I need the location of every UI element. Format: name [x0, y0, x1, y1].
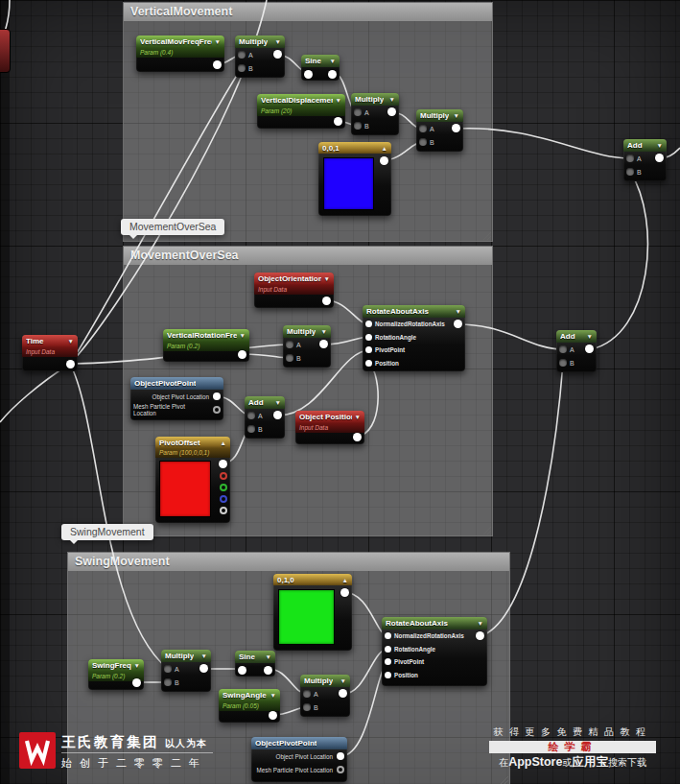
input-pin[interactable]: [385, 672, 391, 678]
output-pin[interactable]: [213, 392, 221, 400]
node-graph-canvas[interactable]: VerticalMovementMovementOverSeaSwingMove…: [0, 0, 680, 784]
dropdown-icon[interactable]: ▼: [478, 620, 483, 627]
dropdown-icon[interactable]: ▼: [240, 332, 246, 339]
output-pin[interactable]: [339, 689, 347, 698]
dropdown-icon[interactable]: ▼: [201, 653, 207, 659]
node-add[interactable]: Add▼AB: [556, 330, 597, 372]
node-objectpivotpoint[interactable]: ObjectPivotPointObject Pivot LocationMes…: [130, 377, 223, 420]
input-pin[interactable]: [626, 168, 634, 176]
output-pin[interactable]: [132, 678, 141, 687]
node-0-1-0[interactable]: 0,1,0▲: [273, 574, 352, 651]
node-verticaldisplacement[interactable]: VerticalDisplacement▼Param (20): [257, 94, 345, 129]
color-swatch[interactable]: [159, 461, 211, 517]
node-rotateaboutaxis[interactable]: RotateAboutAxis▼NormalizedRotationAxisRo…: [382, 617, 487, 686]
input-pin[interactable]: [626, 154, 634, 162]
input-pin[interactable]: [365, 334, 372, 341]
node-swingfreq[interactable]: SwingFreq▼Param (0.2): [88, 659, 144, 690]
output-pin-b[interactable]: [220, 495, 227, 503]
output-pin[interactable]: [452, 124, 460, 132]
output-pin[interactable]: [380, 156, 388, 165]
output-pin[interactable]: [334, 117, 342, 126]
dropdown-icon[interactable]: ▼: [456, 308, 461, 315]
dropdown-icon[interactable]: ▼: [340, 677, 346, 684]
dropdown-icon[interactable]: ▼: [454, 112, 459, 119]
dropdown-icon[interactable]: ▼: [215, 38, 221, 45]
output-pin[interactable]: [264, 666, 272, 675]
node-0-0-1[interactable]: 0,0,1▲: [318, 142, 391, 216]
input-pin[interactable]: [238, 666, 246, 675]
input-pin[interactable]: [304, 70, 313, 79]
input-pin[interactable]: [419, 138, 427, 146]
input-pin[interactable]: [238, 64, 246, 72]
output-pin[interactable]: [655, 154, 664, 162]
output-pin[interactable]: [213, 406, 221, 414]
dropdown-icon[interactable]: ▼: [330, 58, 336, 64]
dropdown-icon[interactable]: ▼: [657, 142, 663, 149]
node-sine[interactable]: Sine▼: [235, 651, 275, 677]
color-swatch[interactable]: [323, 157, 374, 210]
output-pin[interactable]: [238, 350, 246, 359]
output-pin[interactable]: [66, 360, 75, 368]
dropdown-icon[interactable]: ▼: [389, 96, 395, 103]
node-time[interactable]: Time▼Input Data: [22, 335, 78, 371]
output-pin[interactable]: [476, 631, 484, 640]
output-pin-r[interactable]: [220, 472, 227, 480]
input-pin[interactable]: [365, 360, 372, 367]
dropdown-icon[interactable]: ▼: [68, 338, 74, 344]
node-verticalmovfreqfreq[interactable]: VerticalMovFreqFreq▼Param (0.4): [136, 36, 224, 72]
dropdown-icon[interactable]: ▼: [355, 414, 361, 420]
output-pin-a[interactable]: [220, 507, 227, 514]
node-objectorientation[interactable]: ObjectOrientation▼Input Data: [254, 273, 334, 308]
clipped-node-fragment[interactable]: [0, 29, 11, 73]
dropdown-icon[interactable]: ▼: [266, 653, 271, 660]
node-pivotoffset[interactable]: PivotOffset▲Param (100,0,0,1): [155, 437, 230, 523]
input-pin[interactable]: [354, 122, 362, 130]
output-pin[interactable]: [337, 752, 344, 760]
color-swatch[interactable]: [278, 589, 335, 645]
input-pin[interactable]: [164, 678, 172, 686]
node-multiply[interactable]: Multiply▼AB: [300, 675, 350, 717]
input-pin[interactable]: [247, 425, 255, 433]
output-pin[interactable]: [322, 297, 331, 305]
node-add[interactable]: Add▼AB: [245, 396, 285, 439]
node-multiply[interactable]: Multiply▼AB: [161, 650, 211, 692]
node-objectpivotpoint[interactable]: ObjectPivotPointObject Pivot LocationMes…: [251, 737, 347, 782]
dropdown-icon[interactable]: ▼: [587, 333, 593, 340]
collapse-icon[interactable]: ▲: [382, 145, 387, 152]
node-multiply[interactable]: Multiply▼AB: [351, 93, 399, 135]
dropdown-icon[interactable]: ▼: [321, 328, 327, 335]
output-pin[interactable]: [213, 60, 222, 69]
input-pin[interactable]: [164, 665, 172, 673]
output-pin[interactable]: [585, 344, 594, 353]
input-pin[interactable]: [303, 703, 311, 711]
dropdown-icon[interactable]: ▼: [336, 97, 341, 104]
input-pin[interactable]: [385, 658, 391, 665]
node-verticalrotationfreq[interactable]: VerticalRotationFreq▼Param (0.2): [163, 329, 249, 362]
output-pin[interactable]: [387, 107, 396, 116]
node-multiply[interactable]: Multiply▼AB: [283, 325, 331, 368]
input-pin[interactable]: [286, 341, 293, 348]
output-pin[interactable]: [337, 766, 344, 773]
collapse-icon[interactable]: ▲: [221, 440, 226, 446]
node-object-position[interactable]: Object Position▼Input Data: [295, 411, 364, 444]
output-pin[interactable]: [328, 70, 337, 79]
input-pin[interactable]: [419, 125, 427, 132]
output-pin[interactable]: [353, 433, 362, 441]
input-pin[interactable]: [238, 51, 246, 59]
node-multiply[interactable]: Multiply▼AB: [416, 109, 463, 152]
input-pin[interactable]: [286, 354, 293, 362]
input-pin[interactable]: [385, 632, 391, 639]
input-pin[interactable]: [247, 412, 255, 419]
dropdown-icon[interactable]: ▼: [275, 38, 281, 45]
output-pin[interactable]: [273, 50, 282, 59]
node-sine[interactable]: Sine▼: [301, 55, 340, 81]
node-swingangle[interactable]: SwingAngle▼Param (0.05): [219, 689, 280, 723]
input-pin[interactable]: [365, 346, 372, 353]
output-pin[interactable]: [319, 340, 328, 348]
input-pin[interactable]: [303, 690, 311, 698]
dropdown-icon[interactable]: ▼: [324, 275, 330, 282]
dropdown-icon[interactable]: ▼: [270, 692, 276, 699]
output-pin[interactable]: [199, 664, 208, 673]
output-pin[interactable]: [273, 411, 282, 419]
input-pin[interactable]: [365, 321, 372, 327]
